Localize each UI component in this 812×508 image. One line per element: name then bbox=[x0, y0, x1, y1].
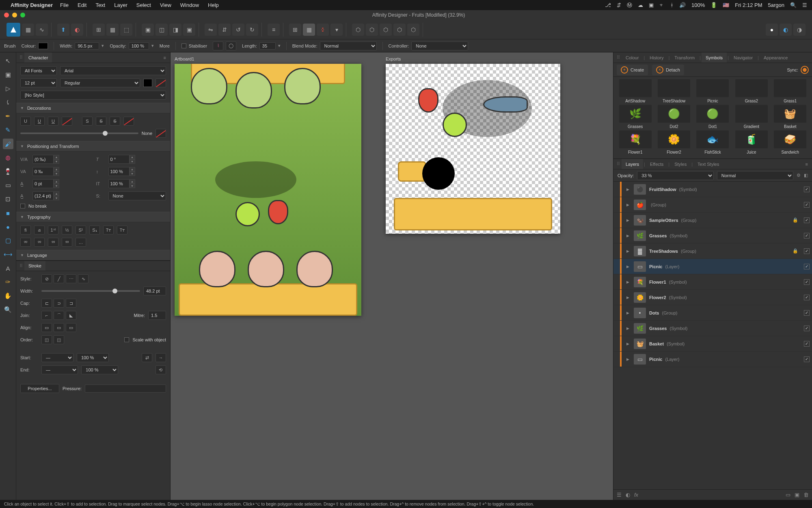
pressure-curve[interactable] bbox=[85, 384, 166, 393]
menu-window[interactable]: Window bbox=[180, 2, 199, 8]
symbol-item-grasses[interactable]: 🌿Grasses bbox=[617, 105, 654, 129]
flip-h-button[interactable]: ⇋ bbox=[205, 24, 217, 36]
boolean-intersect-button[interactable]: ⬡ bbox=[380, 24, 392, 36]
ellipse-tool[interactable]: ● bbox=[3, 221, 13, 232]
arrow-end[interactable]: → bbox=[155, 353, 166, 362]
cap-square[interactable]: ⊐ bbox=[66, 299, 76, 308]
artboard-tool[interactable]: ▣ bbox=[3, 69, 13, 80]
rtab-colour[interactable]: Colour bbox=[622, 52, 643, 63]
tab-character[interactable]: Character bbox=[24, 52, 52, 63]
stroke-width-slider[interactable] bbox=[41, 290, 140, 292]
menu-view[interactable]: View bbox=[160, 2, 171, 8]
baseline-input[interactable] bbox=[32, 179, 54, 188]
layer-row[interactable]: ▶🧺Basket (Symbol)✓ bbox=[613, 336, 812, 352]
layer-row[interactable]: ▶▓TreeShadows (Group)🔒✓ bbox=[613, 243, 812, 259]
layer-row[interactable]: ▶🍎 (Group)✓ bbox=[613, 197, 812, 213]
user-name[interactable]: 5argon bbox=[768, 2, 784, 8]
visibility-checkbox[interactable]: ✓ bbox=[804, 295, 810, 300]
brush-tool[interactable]: 🖌 bbox=[3, 139, 13, 149]
symbol-item-juice[interactable]: 🧃Juice bbox=[733, 130, 770, 154]
font-family-select[interactable]: Arial bbox=[60, 66, 166, 75]
volume-icon[interactable]: 🔊 bbox=[679, 2, 686, 8]
symbol-item-sandwich[interactable]: 🥪Sandwich bbox=[772, 130, 809, 154]
layer-blend-select[interactable]: Normal bbox=[717, 171, 793, 180]
layer-row[interactable]: ▶🌿Grasses (Symbol)✓ bbox=[613, 321, 812, 336]
view-sphere-button[interactable]: ● bbox=[766, 24, 778, 36]
layer-fx-icon[interactable]: ◧ bbox=[804, 173, 808, 178]
symbol-item-dot1[interactable]: 🟢Dot1 bbox=[694, 105, 731, 129]
stabiliser-mode-1[interactable]: ⌇ bbox=[213, 41, 223, 50]
font-size-select[interactable]: 12 pt bbox=[20, 78, 57, 87]
decoration-color[interactable] bbox=[155, 129, 166, 138]
stabiliser-mode-2[interactable]: ◯ bbox=[226, 41, 236, 50]
expand-icon[interactable]: ▶ bbox=[625, 357, 631, 361]
rectangle-tool[interactable]: ■ bbox=[3, 208, 13, 218]
boolean-divide-button[interactable]: ⬡ bbox=[407, 24, 419, 36]
visibility-checkbox[interactable]: ✓ bbox=[804, 279, 810, 285]
app-icon[interactable]: Ⓜ bbox=[627, 2, 632, 9]
layers-delete-icon[interactable]: 🗑 bbox=[803, 492, 809, 498]
pencil-tool[interactable]: ✎ bbox=[3, 125, 13, 135]
create-symbol-button[interactable]: +Create bbox=[617, 65, 648, 75]
dropbox-icon[interactable]: ⇵ bbox=[617, 2, 621, 8]
align-center[interactable]: ▭ bbox=[41, 323, 52, 332]
hand-tool[interactable]: ✋ bbox=[3, 291, 13, 301]
text-color-swatch[interactable] bbox=[143, 79, 152, 87]
visibility-checkbox[interactable]: ✓ bbox=[804, 187, 810, 192]
clock[interactable]: Fri 2:12 PM bbox=[735, 2, 762, 8]
typo-a[interactable]: a bbox=[34, 226, 45, 234]
symbol-item-picnic[interactable]: Picnic bbox=[694, 79, 731, 103]
flip-v-button[interactable]: ⇵ bbox=[218, 24, 231, 36]
layers-menu-icon[interactable]: ≡ bbox=[806, 162, 808, 167]
expand-icon[interactable]: ▶ bbox=[625, 187, 631, 191]
text-bg-swatch[interactable] bbox=[155, 78, 166, 87]
typo-half[interactable]: ½ bbox=[62, 226, 72, 234]
properties-button[interactable]: Properties... bbox=[20, 384, 59, 393]
start-pct-select[interactable]: 100 % bbox=[77, 353, 109, 362]
spotlight-icon[interactable]: 🔍 bbox=[790, 2, 797, 8]
length-input[interactable] bbox=[259, 42, 276, 50]
back-one-button[interactable]: ◫ bbox=[155, 24, 168, 36]
arrow-swap[interactable]: ⇄ bbox=[142, 353, 152, 362]
layer-row[interactable]: ▶🌼Flower2 (Symbol)✓ bbox=[613, 290, 812, 305]
layer-row[interactable]: ▶⚫FruitShadow (Symbol)✓ bbox=[613, 182, 812, 197]
arrow-tool[interactable]: ⟷ bbox=[3, 249, 13, 260]
symbol-item-fishstick[interactable]: 🐟FishStick bbox=[694, 130, 731, 154]
join-round[interactable]: ⌒ bbox=[54, 311, 64, 320]
font-style-select[interactable]: [No Style] bbox=[20, 91, 166, 100]
typo-fi[interactable]: fi bbox=[20, 226, 31, 234]
sync-toggle[interactable] bbox=[801, 66, 809, 74]
expand-icon[interactable]: ▶ bbox=[625, 265, 631, 269]
symbol-item-treeshadow[interactable]: TreeShadow bbox=[655, 79, 692, 103]
app-name[interactable]: Affinity Designer bbox=[11, 2, 53, 8]
strike-none[interactable]: S bbox=[82, 117, 93, 126]
move-tool[interactable]: ↖ bbox=[3, 56, 13, 66]
text-tool[interactable]: A bbox=[3, 263, 13, 274]
battery-percent[interactable]: 100% bbox=[691, 2, 705, 8]
fill-tool[interactable]: ◍ bbox=[3, 152, 13, 163]
layers-moon-icon[interactable]: ◐ bbox=[626, 492, 630, 498]
mitre-input[interactable] bbox=[148, 311, 166, 320]
ltab-layers[interactable]: Layers bbox=[622, 159, 643, 169]
view-split-button[interactable]: ◐ bbox=[780, 24, 792, 36]
expand-icon[interactable]: ▶ bbox=[625, 203, 631, 207]
colour-swatch[interactable] bbox=[38, 43, 48, 49]
rounded-rect-tool[interactable]: ▢ bbox=[3, 235, 13, 246]
expand-icon[interactable]: ▶ bbox=[625, 326, 631, 330]
stroke-width-input[interactable] bbox=[143, 287, 166, 295]
layer-opacity-select[interactable]: 33 % bbox=[637, 171, 713, 180]
eyedropper-tool[interactable]: ✑ bbox=[3, 277, 13, 287]
typo-lig4[interactable]: ᵍᵍ bbox=[62, 238, 72, 247]
end-pct-select[interactable]: 100 % bbox=[81, 365, 118, 374]
layer-row[interactable]: ▶▭Picnic (Layer)✓ bbox=[613, 352, 812, 367]
artboard1-label[interactable]: Artboard1 bbox=[175, 56, 194, 61]
boolean-subtract-button[interactable]: ⬡ bbox=[366, 24, 378, 36]
symbol-item-artshadow[interactable]: ArtShadow bbox=[617, 79, 654, 103]
join-miter[interactable]: ⌐ bbox=[41, 311, 52, 320]
visibility-checkbox[interactable]: ✓ bbox=[804, 217, 810, 223]
cap-round[interactable]: ⊃ bbox=[54, 299, 64, 308]
symbol-item-flower1[interactable]: 💐Flower1 bbox=[617, 130, 654, 154]
underline-none[interactable]: U bbox=[20, 117, 31, 126]
kerning-input[interactable] bbox=[32, 167, 54, 176]
display-icon[interactable]: ▣ bbox=[649, 2, 654, 8]
